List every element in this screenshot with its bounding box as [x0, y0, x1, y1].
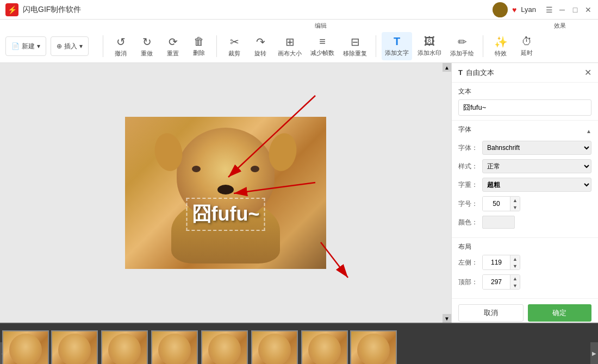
add-watermark-button[interactable]: 🖼 添加水印	[414, 32, 445, 60]
font-family-select[interactable]: Bahnschrift Arial 黑体	[482, 141, 591, 155]
cancel-button[interactable]: 取消	[458, 304, 524, 322]
film-thumbnail	[350, 330, 397, 365]
font-size-value[interactable]	[483, 197, 510, 211]
username: Lyan	[521, 5, 536, 14]
canvas-scroll-down[interactable]: ▼	[443, 314, 451, 323]
app-logo: ⚡	[5, 3, 18, 16]
window-controls: ☰ ─ □ ✕	[545, 5, 593, 14]
layout-top-row: 顶部： ▲ ▼	[458, 274, 591, 290]
maximize-button[interactable]: □	[571, 5, 580, 14]
heart-icon: ♥	[512, 5, 516, 14]
font-style-select[interactable]: 正常 斜体	[482, 159, 591, 173]
redo-button[interactable]: ↻ 重做	[135, 32, 159, 60]
canvas-text-overlay: 囧fufu~	[186, 198, 265, 231]
font-section: 字体 ▲ 字体： Bahnschrift Arial 黑体 样式： 正常 斜体	[452, 121, 598, 238]
layout-left-label: 左侧：	[458, 258, 478, 267]
reduce-frames-button[interactable]: ≡ 减少帧数	[307, 32, 338, 60]
list-item[interactable]: 9	[350, 330, 397, 365]
new-button[interactable]: 📄 新建 ▾	[5, 36, 46, 56]
layout-top-value[interactable]	[483, 275, 510, 289]
film-dog-image	[152, 331, 197, 365]
delay-button[interactable]: ⏱ 延时	[515, 32, 539, 60]
confirm-button[interactable]: 确定	[528, 304, 592, 322]
effects-icon: ✨	[494, 35, 508, 48]
toolbar-separator-3	[376, 35, 376, 57]
font-section-title: 字体	[458, 125, 471, 134]
effects-button[interactable]: ✨ 特效	[489, 32, 513, 60]
layout-left-up[interactable]: ▲	[510, 255, 520, 262]
font-weight-select[interactable]: 超粗 粗 正常	[482, 178, 591, 192]
list-item[interactable]: 2 110 ms	[2, 330, 49, 365]
filmstrip-scroll-right[interactable]: ▶	[590, 342, 598, 364]
list-item[interactable]: 8 110 ms	[300, 330, 349, 365]
delete-button[interactable]: 🗑 删除	[187, 32, 211, 60]
reset-button[interactable]: ⟳ 重置	[161, 32, 185, 60]
toolbar-separator-4	[483, 35, 483, 57]
text-input[interactable]	[458, 99, 591, 116]
add-watermark-icon: 🖼	[424, 35, 435, 48]
font-size-down[interactable]: ▼	[510, 204, 520, 211]
film-thumbnail	[101, 330, 148, 365]
rotate-button[interactable]: ↷ 旋转	[248, 32, 272, 60]
film-thumbnail	[2, 330, 49, 365]
redo-icon: ↻	[142, 35, 152, 48]
panel-title-text: 自由文本	[466, 68, 494, 78]
font-collapse-button[interactable]: ▲	[586, 128, 591, 134]
new-chevron: ▾	[37, 42, 40, 50]
toolbar: 编辑 效果 📄 新建 ▾ ⊕ 插入 ▾ ↺ 撤消 ↻ 重做 ⟳ 重置	[0, 20, 598, 63]
canvas-image: 囧fufu~	[125, 117, 326, 269]
edit-section-label: 编辑	[5, 22, 527, 30]
menu-button[interactable]: ☰	[545, 5, 553, 14]
delay-icon: ⏱	[521, 35, 532, 48]
svg-point-1	[494, 12, 507, 17]
undo-label: 撤消	[115, 49, 127, 58]
film-thumbnail	[201, 330, 248, 365]
delay-label: 延时	[521, 49, 533, 57]
add-draw-icon: ✏	[458, 35, 467, 48]
layout-top-up[interactable]: ▲	[510, 275, 520, 282]
add-text-button[interactable]: T 添加文字	[382, 32, 412, 60]
remove-repeat-label: 移除重复	[343, 49, 367, 58]
layout-top-label: 顶部：	[458, 278, 478, 287]
new-label: 新建	[22, 42, 35, 51]
rotate-label: 旋转	[254, 49, 266, 58]
panel-title-icon: T	[458, 68, 463, 77]
layout-section-title: 布局	[458, 242, 591, 252]
undo-button[interactable]: ↺ 撤消	[109, 32, 133, 60]
list-item[interactable]: 4 110 ms	[100, 330, 149, 365]
layout-top-buttons: ▲ ▼	[510, 275, 520, 289]
layout-left-buttons: ▲ ▼	[510, 255, 520, 269]
film-dog-image	[52, 331, 97, 365]
new-insert-group: 📄 新建 ▾ ⊕ 插入 ▾	[5, 36, 89, 56]
insert-button[interactable]: ⊕ 插入 ▾	[51, 36, 89, 56]
canvas-size-button[interactable]: ⊞ 画布大小	[275, 32, 305, 60]
dog-image	[125, 117, 326, 269]
font-weight-label: 字重：	[458, 180, 478, 190]
layout-left-down[interactable]: ▼	[510, 262, 520, 269]
toolbar-separator-1	[103, 35, 103, 57]
crop-button[interactable]: ✂ 裁剪	[222, 32, 246, 60]
add-text-label: 添加文字	[385, 49, 409, 57]
toolbar-content: 📄 新建 ▾ ⊕ 插入 ▾ ↺ 撤消 ↻ 重做 ⟳ 重置 🗑 删除	[0, 30, 598, 62]
canvas-scroll-up[interactable]: ▲	[443, 63, 451, 72]
list-item[interactable]: 7 110 ms	[250, 330, 299, 365]
minimize-button[interactable]: ─	[558, 5, 566, 14]
layout-top-down[interactable]: ▼	[510, 282, 520, 289]
font-size-up[interactable]: ▲	[510, 197, 520, 204]
list-item[interactable]: 6 110 ms	[200, 330, 249, 365]
film-dog-image	[302, 331, 347, 365]
close-button[interactable]: ✕	[584, 5, 593, 14]
panel-close-button[interactable]: ✕	[584, 67, 591, 78]
remove-repeat-button[interactable]: ⊟ 移除重复	[340, 32, 370, 60]
new-icon: 📄	[11, 42, 20, 50]
reset-label: 重置	[167, 49, 179, 58]
font-color-swatch[interactable]	[482, 216, 515, 229]
toolbar-separator-2	[216, 35, 217, 57]
canvas-area: ▲ 囧fufu~	[0, 63, 451, 323]
layout-left-value[interactable]	[483, 255, 510, 269]
list-item[interactable]: 5 110 ms	[150, 330, 199, 365]
effects-label: 特效	[495, 49, 507, 58]
add-draw-button[interactable]: ✏ 添加手绘	[447, 32, 477, 60]
list-item[interactable]: 3 110 ms	[50, 330, 99, 365]
app-title: 闪电GIF制作软件	[23, 5, 493, 15]
